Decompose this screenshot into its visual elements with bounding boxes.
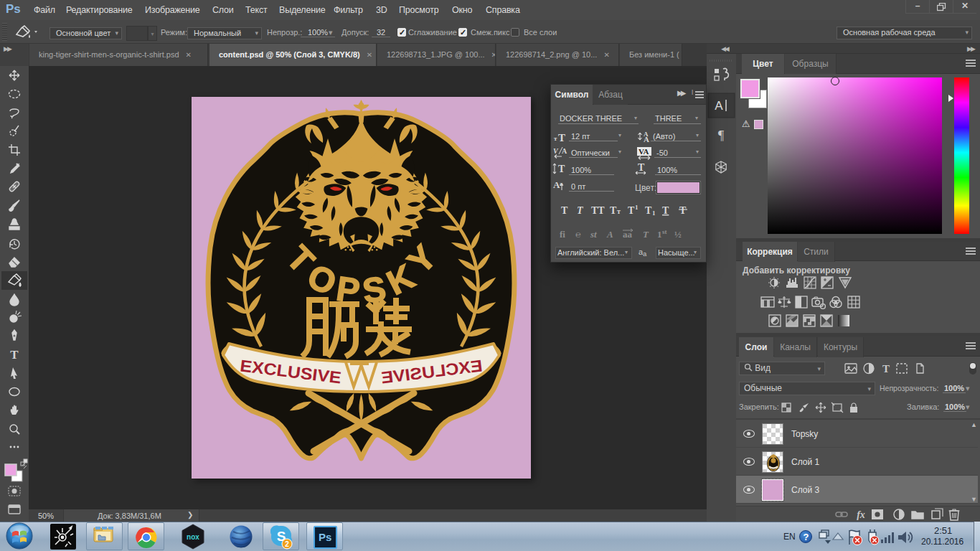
svg-text:T: T	[643, 229, 649, 240]
svg-text:T: T	[882, 363, 890, 375]
svg-text:2: 2	[285, 540, 289, 548]
svg-text:T: T	[561, 205, 568, 216]
svg-text:1: 1	[652, 209, 656, 217]
svg-text:т: т	[617, 207, 621, 215]
svg-text:½: ½	[674, 229, 682, 240]
svg-text:T: T	[577, 205, 584, 216]
svg-text:T: T	[638, 162, 645, 173]
svg-text:1: 1	[635, 204, 639, 211]
svg-text:nox: nox	[187, 533, 199, 541]
svg-text:1: 1	[657, 229, 662, 240]
svg-text:T: T	[628, 205, 635, 216]
svg-text:st: st	[590, 229, 597, 240]
svg-text:TT: TT	[591, 205, 605, 216]
svg-text:T: T	[662, 205, 669, 216]
svg-text:fx: fx	[857, 509, 865, 520]
svg-text:VA: VA	[639, 147, 649, 156]
svg-text:A: A	[715, 99, 723, 113]
svg-text:A: A	[562, 147, 567, 155]
svg-text:V: V	[553, 147, 559, 155]
svg-text:℮: ℮	[575, 229, 581, 240]
svg-text:T: T	[610, 205, 617, 216]
svg-text:T: T	[679, 205, 687, 216]
svg-text:fi: fi	[560, 229, 565, 240]
svg-text:T: T	[10, 348, 19, 362]
svg-text:A: A	[606, 229, 613, 240]
svg-text:т: т	[554, 135, 557, 142]
svg-text:st: st	[662, 228, 667, 235]
svg-text:¶: ¶	[718, 128, 724, 143]
svg-text:T: T	[558, 132, 565, 143]
svg-text:A: A	[644, 135, 649, 143]
svg-text:T: T	[645, 205, 652, 216]
svg-text:T: T	[558, 164, 565, 174]
